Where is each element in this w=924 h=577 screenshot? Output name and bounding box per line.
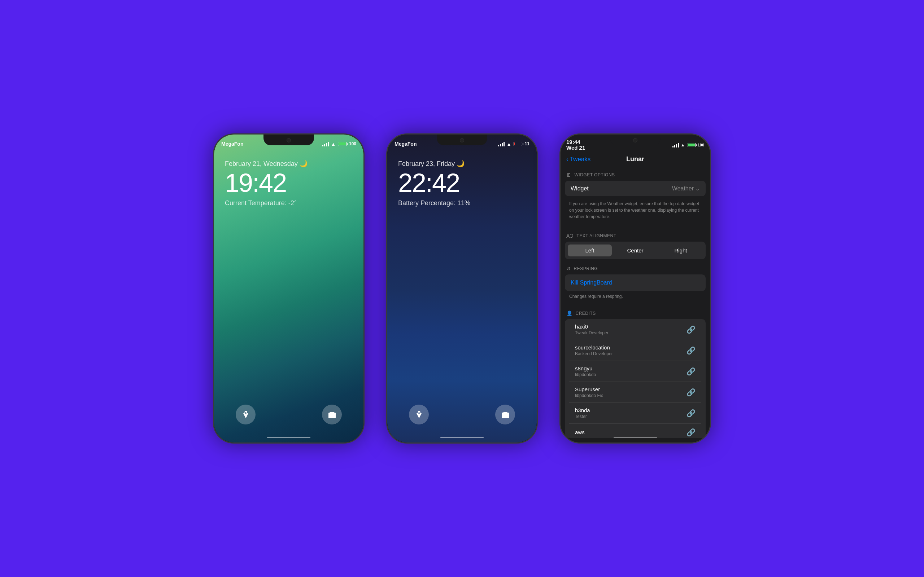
credits-aws[interactable]: aws 🔗 (569, 424, 701, 438)
phone3-notch (610, 134, 661, 145)
widget-label: Widget (571, 185, 589, 192)
phone2-wifi-icon: ▲ (507, 141, 512, 147)
phone1-widget: Current Temperature: -2° (225, 200, 353, 207)
settings-content[interactable]: 🗓 WIDGET OPTIONS Widget Weather ⌄ If you… (561, 166, 710, 438)
credits-aws-link-icon[interactable]: 🔗 (687, 428, 696, 437)
signal-bar-3 (502, 143, 503, 147)
phone2-bottom-buttons (387, 405, 537, 424)
credits-s8ngyu-link-icon[interactable]: 🔗 (687, 367, 696, 376)
align-left-button[interactable]: Left (568, 245, 612, 256)
credits-sourcelocation-role: Backend Developer (575, 351, 613, 356)
credits-s8ngyu[interactable]: s8ngyu libpddokdo 🔗 (569, 361, 701, 382)
settings-time-line2: Wed 21 (566, 145, 585, 151)
phone2-battery-percent: 11 (525, 141, 530, 147)
phone2-widget: Battery Percentage: 11% (398, 200, 526, 207)
settings-screen: 19:44 Wed 21 ▲ (561, 134, 710, 443)
widget-options-header: 🗓 WIDGET OPTIONS (561, 166, 710, 181)
credits-superuser-name: Superuser (575, 386, 603, 392)
credits-s8ngyu-name: s8ngyu (575, 365, 596, 371)
settings-time: 19:44 Wed 21 (566, 139, 585, 151)
phone1-signal (322, 142, 329, 147)
credits-sourcelocation[interactable]: sourcelocation Backend Developer 🔗 (569, 340, 701, 361)
nav-back-label[interactable]: Tweaks (570, 156, 591, 163)
phone2-camera (460, 138, 464, 142)
phone2-status-icons: ▲ 11 (498, 141, 530, 147)
signal-bar-1 (322, 145, 323, 147)
phone-1: MegaFon ▲ 100 Februar (213, 134, 365, 443)
text-alignment-header: Aↄ TEXT ALIGNMENT (561, 227, 710, 242)
credits-haxi0-link-icon[interactable]: 🔗 (687, 325, 696, 334)
credits-header: 👤 CREDITS (561, 305, 710, 319)
phone1-battery-body (338, 142, 347, 146)
phone2-carrier: MegaFon (394, 141, 417, 147)
respring-label: RESPRING (574, 266, 598, 271)
phone1-camera-button[interactable] (322, 405, 342, 424)
phone2-battery: 11 (514, 141, 530, 147)
phone3-home-indicator (614, 437, 657, 438)
signal-bar-4 (328, 142, 329, 147)
credits-sourcelocation-name: sourcelocation (575, 344, 613, 351)
credits-aws-name: aws (575, 429, 585, 435)
phone2-signal (498, 142, 505, 147)
respring-icon: ↺ (566, 266, 571, 272)
credits-superuser-role: libpddokdo Fix (575, 393, 603, 398)
phone2-flashlight-button[interactable] (409, 405, 429, 424)
settings-signal (672, 143, 679, 148)
phone1-lockscreen: February 21, Wednesday 🌙 19:42 Current T… (214, 153, 363, 214)
credits-h3nda-role: Tester (575, 414, 590, 419)
phone1-battery-percent: 100 (349, 141, 356, 147)
phone-2: MegaFon ▲ 11 February 23, (386, 134, 538, 443)
phone2-home-indicator (440, 437, 484, 438)
text-alignment-label: TEXT ALIGNMENT (577, 233, 616, 239)
phone2-camera-button[interactable] (495, 405, 515, 424)
signal-bar-4 (504, 142, 505, 147)
signal-bar-2 (324, 144, 325, 147)
credits-haxi0-role: Tweak Developer (575, 330, 609, 335)
phone1-time: 19:42 (225, 170, 353, 196)
phone1-date: February 21, Wednesday 🌙 (225, 160, 353, 168)
credits-h3nda[interactable]: h3nda Tester 🔗 (569, 403, 701, 424)
phone1-battery-fill (339, 142, 346, 145)
settings-battery-text: 100 (698, 143, 704, 147)
credits-list: haxi0 Tweak Developer 🔗 sourcelocation B… (565, 319, 706, 438)
phone1-bottom-buttons (214, 405, 363, 424)
phone2-screen: MegaFon ▲ 11 February 23, (387, 134, 537, 443)
widget-value: Weather ⌄ (672, 185, 700, 192)
chevron-down-icon: ⌄ (695, 185, 700, 192)
settings-battery: 100 (687, 143, 704, 147)
phone2-battery-body (514, 142, 522, 146)
phone1-screen: MegaFon ▲ 100 Februar (214, 134, 363, 443)
credits-haxi0-name: haxi0 (575, 324, 609, 330)
credits-h3nda-link-icon[interactable]: 🔗 (687, 409, 696, 417)
settings-status-icons: ▲ 100 (672, 142, 704, 148)
settings-time-line1: 19:44 (566, 139, 585, 145)
phone1-flashlight-button[interactable] (236, 405, 255, 424)
credits-sourcelocation-link-icon[interactable]: 🔗 (687, 346, 696, 355)
phone2-battery-tip (523, 143, 523, 145)
nav-back-button[interactable]: ‹ Tweaks (566, 156, 591, 163)
signal-bar-1 (498, 145, 499, 147)
phone2-date: February 23, Friday 🌙 (398, 160, 526, 168)
widget-row[interactable]: Widget Weather ⌄ (565, 181, 706, 196)
align-right-button[interactable]: Right (659, 245, 703, 256)
phone1-home-indicator (267, 437, 310, 438)
signal-bar-2 (500, 144, 501, 147)
credits-h3nda-name: h3nda (575, 407, 590, 413)
credits-label: CREDITS (576, 311, 596, 316)
credits-superuser-link-icon[interactable]: 🔗 (687, 388, 696, 397)
text-align-icon: Aↄ (566, 233, 573, 239)
phone1-wifi-icon: ▲ (331, 141, 336, 147)
phone2-time: 22:42 (398, 170, 526, 196)
flashlight-icon-2 (415, 410, 423, 419)
align-center-button[interactable]: Center (613, 245, 657, 256)
phone-3: 19:44 Wed 21 ▲ (559, 134, 711, 443)
kill-springboard-button[interactable]: Kill SpringBoard (565, 274, 706, 291)
phone3-camera (633, 138, 637, 142)
phone1-status-icons: ▲ 100 (322, 141, 356, 147)
credits-superuser[interactable]: Superuser libpddokdo Fix 🔗 (569, 382, 701, 403)
phone2-lockscreen: February 23, Friday 🌙 22:42 Battery Perc… (387, 153, 537, 214)
respring-description: Changes require a respring. (565, 292, 706, 300)
camera-icon (328, 410, 336, 419)
credits-icon: 👤 (566, 311, 573, 316)
credits-haxi0[interactable]: haxi0 Tweak Developer 🔗 (569, 319, 701, 340)
